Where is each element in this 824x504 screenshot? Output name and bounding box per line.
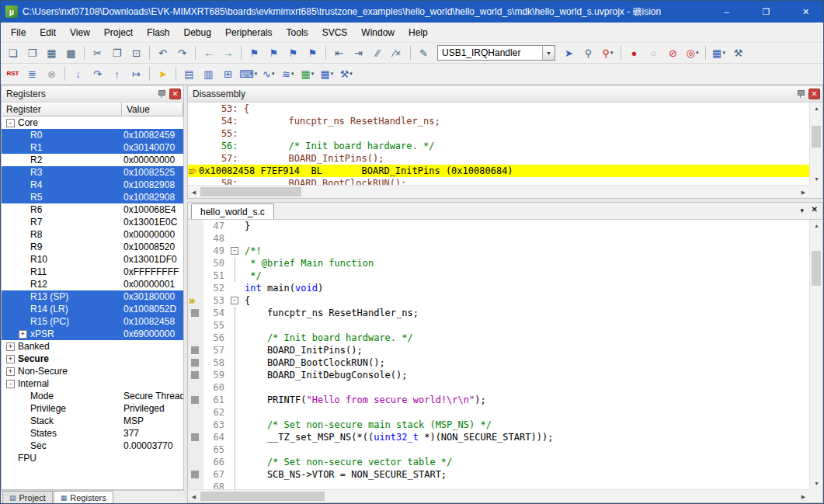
- collapse-icon[interactable]: -: [6, 119, 15, 127]
- close-button[interactable]: ✕: [788, 1, 823, 23]
- register-row-r4[interactable]: R40x10082908: [2, 179, 183, 191]
- window-layout-button[interactable]: ▦▾: [710, 44, 728, 61]
- analysis-window-button[interactable]: ∿▾: [259, 65, 277, 82]
- scroll-down-button[interactable]: ▼: [810, 173, 823, 185]
- kill-breakpoints-button[interactable]: ⊘: [664, 44, 682, 61]
- disassembly-window-button[interactable]: ▥: [200, 65, 217, 82]
- expand-icon[interactable]: +: [6, 355, 15, 363]
- redo-button[interactable]: ↷: [173, 44, 191, 61]
- edit-handler-button[interactable]: ✎: [415, 44, 433, 61]
- editor-margin[interactable]: [188, 406, 203, 419]
- editor-margin[interactable]: [188, 481, 203, 489]
- configure-tools-button[interactable]: ⚒: [729, 44, 747, 61]
- editor-margin[interactable]: [188, 456, 203, 468]
- register-row-states[interactable]: States377: [2, 427, 183, 440]
- register-row-r8[interactable]: R80x00000000: [2, 228, 183, 241]
- system-viewer-button[interactable]: ▦▾: [298, 65, 316, 82]
- scroll-left-button[interactable]: ◀: [188, 490, 200, 503]
- step-out-button[interactable]: ↑: [108, 65, 126, 82]
- menu-item-file[interactable]: File: [4, 24, 33, 41]
- register-row-secure[interactable]: +Secure: [2, 353, 183, 365]
- breakpoint-margin-block[interactable]: [191, 471, 199, 478]
- new-file-button[interactable]: ❏: [4, 44, 22, 61]
- editor-margin[interactable]: [188, 431, 203, 443]
- disassembly-hscrollbar[interactable]: ◀ ▶: [188, 185, 809, 198]
- find-in-files-button[interactable]: ⚲: [579, 44, 597, 61]
- menu-item-edit[interactable]: Edit: [33, 24, 63, 41]
- expand-icon[interactable]: +: [6, 342, 15, 351]
- minimize-button[interactable]: –: [709, 1, 744, 23]
- toggle-bookmark-button[interactable]: ⚑: [245, 44, 263, 61]
- menu-item-flash[interactable]: Flash: [140, 24, 176, 41]
- register-row-xpsr[interactable]: +xPSR0x69000000: [2, 328, 183, 340]
- undo-button[interactable]: ↶: [154, 44, 172, 61]
- breakpoint-margin-block[interactable]: [191, 359, 199, 367]
- register-row-r14-lr-[interactable]: R14 (LR)0x1008052D: [2, 303, 183, 315]
- save-all-button[interactable]: ▩: [62, 44, 80, 61]
- register-row-r9[interactable]: R90x10008520: [2, 241, 183, 253]
- register-row-fpu[interactable]: FPU: [2, 452, 183, 464]
- register-row-r11[interactable]: R110xFFFFFFFF: [2, 266, 183, 278]
- scroll-thumb[interactable]: [200, 492, 325, 501]
- register-row-r10[interactable]: R100x13001DF0: [2, 253, 183, 266]
- editor-margin[interactable]: [188, 282, 203, 294]
- menu-item-view[interactable]: View: [63, 24, 97, 41]
- command-window-button[interactable]: ▤: [180, 65, 198, 82]
- expand-icon[interactable]: +: [6, 367, 15, 376]
- breakpoint-margin-block[interactable]: [191, 346, 199, 354]
- next-bookmark-button[interactable]: ⚑: [284, 44, 302, 61]
- disable-breakpoint-button[interactable]: ○: [645, 44, 662, 61]
- handler-combo-dropdown[interactable]: ▾: [542, 46, 555, 60]
- cut-button[interactable]: ✂: [89, 44, 106, 61]
- tab-registers[interactable]: ▦Registers: [54, 491, 113, 503]
- editor-margin[interactable]: [188, 369, 203, 381]
- menu-item-peripherals[interactable]: Peripherals: [218, 24, 280, 41]
- scroll-left-button[interactable]: ◀: [188, 186, 200, 199]
- menu-item-project[interactable]: Project: [97, 24, 140, 41]
- editor-margin[interactable]: [188, 468, 203, 481]
- editor-margin[interactable]: »: [188, 294, 203, 307]
- register-row-r2[interactable]: R20x00000000: [2, 154, 183, 166]
- register-row-privilege[interactable]: PrivilegePrivileged: [2, 402, 183, 415]
- register-row-stack[interactable]: StackMSP: [2, 415, 183, 427]
- toolbox-button[interactable]: ⚒▾: [337, 65, 355, 82]
- register-row-sec[interactable]: Sec0.00003770: [2, 440, 183, 452]
- unindent-button[interactable]: ⇤: [330, 44, 348, 61]
- register-row-internal[interactable]: -Internal: [2, 377, 183, 390]
- scroll-up-button[interactable]: ▲: [810, 220, 823, 231]
- tab-project[interactable]: ▤Project: [2, 491, 53, 503]
- indent-button[interactable]: ⇥: [349, 44, 367, 61]
- scroll-right-button[interactable]: ▶: [798, 186, 809, 199]
- register-row-r0[interactable]: R00x10082459: [2, 129, 183, 141]
- editor-margin[interactable]: [188, 394, 203, 406]
- menu-item-svcs[interactable]: SVCS: [315, 24, 355, 41]
- pin-button[interactable]: [155, 89, 167, 100]
- editor-margin[interactable]: [188, 220, 203, 232]
- scroll-right-button[interactable]: ▶: [798, 490, 809, 503]
- register-row-r3[interactable]: R30x10082525: [2, 166, 183, 179]
- uncomment-selection-button[interactable]: ∕×: [388, 44, 406, 61]
- show-next-statement-button[interactable]: ≣: [23, 65, 41, 82]
- menu-item-debug[interactable]: Debug: [177, 24, 218, 41]
- editor-margin[interactable]: [188, 232, 203, 245]
- disassembly-close-button[interactable]: ✕: [808, 89, 820, 99]
- editor-margin[interactable]: [188, 269, 203, 282]
- editor-margin[interactable]: [188, 245, 203, 257]
- goto-handler-button[interactable]: ➤: [560, 44, 578, 61]
- navigate-back-button[interactable]: ←: [200, 44, 217, 61]
- scroll-thumb[interactable]: [200, 187, 301, 196]
- expand-icon[interactable]: +: [19, 330, 27, 339]
- memory-window-button[interactable]: ▦▾: [318, 65, 336, 82]
- prev-bookmark-button[interactable]: ⚑: [265, 44, 283, 61]
- register-row-r6[interactable]: R60x100068E4: [2, 203, 183, 216]
- scroll-thumb[interactable]: [812, 251, 821, 286]
- register-row-r5[interactable]: R50x10082908: [2, 191, 183, 203]
- registers-close-button[interactable]: ✕: [169, 89, 181, 99]
- editor-margin[interactable]: [188, 443, 203, 456]
- editor-margin[interactable]: [188, 257, 203, 269]
- handler-combo[interactable]: USB1_IRQHandler ▾: [437, 45, 555, 61]
- step-over-button[interactable]: ↷: [89, 65, 106, 82]
- register-row-r1[interactable]: R10x30140070: [2, 141, 183, 154]
- disassembly-content[interactable]: 53: { 54: funcptr_ns ResetHandler_ns; 55…: [188, 103, 809, 185]
- editor-margin[interactable]: [188, 381, 203, 394]
